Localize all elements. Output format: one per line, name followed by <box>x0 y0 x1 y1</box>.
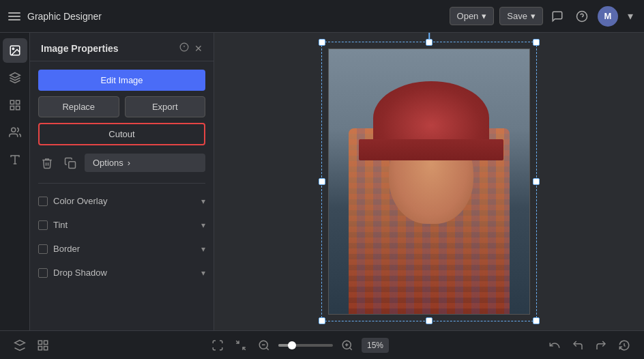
panel-title: Image Properties <box>41 43 119 54</box>
tint-chevron: ▾ <box>201 220 205 230</box>
handle-middle-right[interactable] <box>533 178 540 185</box>
svg-point-9 <box>11 128 15 132</box>
save-button[interactable]: Save ▾ <box>499 7 543 25</box>
topbar-center: Open ▾ Save ▾ <box>450 7 543 25</box>
sidebar-item-people[interactable] <box>3 120 27 145</box>
tint-checkbox[interactable] <box>38 220 48 230</box>
canvas-frame <box>321 42 537 321</box>
handle-middle-left[interactable] <box>319 178 325 185</box>
redo-button[interactable] <box>592 336 610 354</box>
history-button[interactable] <box>615 336 633 354</box>
crop-button[interactable] <box>232 336 250 354</box>
sidebar-item-image[interactable] <box>3 38 27 63</box>
svg-rect-6 <box>16 100 19 104</box>
zoom-level-display: 15% <box>362 338 389 353</box>
color-overlay-label: Color Overlay <box>53 196 107 206</box>
replace-button[interactable]: Replace <box>38 96 119 117</box>
edit-image-button[interactable]: Edit Image <box>38 70 205 91</box>
main-area: Image Properties ✕ Edit Image Replace Ex… <box>0 33 644 330</box>
border-label: Border <box>53 244 80 254</box>
handle-top-center[interactable] <box>426 39 433 46</box>
bottom-bar: 15% <box>0 330 644 359</box>
svg-marker-4 <box>10 73 20 78</box>
menu-button[interactable] <box>8 12 20 20</box>
left-sidebar <box>0 33 30 330</box>
panel-header-icons: ✕ <box>179 42 203 54</box>
color-overlay-checkbox[interactable] <box>38 197 48 206</box>
sidebar-item-elements[interactable] <box>3 93 27 117</box>
account-chevron-icon[interactable]: ▾ <box>625 7 636 25</box>
svg-rect-8 <box>10 106 14 110</box>
handle-bottom-right[interactable] <box>533 317 540 324</box>
border-chevron: ▾ <box>201 244 205 254</box>
sidebar-item-layers[interactable] <box>3 66 27 90</box>
app-title: Graphic Designer <box>27 11 102 22</box>
svg-line-22 <box>266 347 268 349</box>
open-button[interactable]: Open ▾ <box>450 7 495 25</box>
border-checkbox[interactable] <box>38 244 48 254</box>
handle-bottom-left[interactable] <box>319 317 325 324</box>
export-button[interactable]: Export <box>125 96 206 117</box>
info-icon[interactable] <box>179 42 189 54</box>
layers-toggle-button[interactable] <box>11 336 29 354</box>
svg-rect-19 <box>44 346 48 349</box>
drop-shadow-label: Drop Shadow <box>53 268 107 278</box>
svg-rect-15 <box>69 161 76 168</box>
handle-bottom-center[interactable] <box>426 317 433 324</box>
options-row: Options › <box>38 151 205 175</box>
canvas-area[interactable] <box>214 33 644 330</box>
svg-rect-7 <box>16 106 19 110</box>
properties-panel: Image Properties ✕ Edit Image Replace Ex… <box>30 33 214 330</box>
cutout-button[interactable]: Cutout <box>38 123 205 145</box>
options-button[interactable]: Options › <box>85 154 205 172</box>
color-overlay-row[interactable]: Color Overlay ▾ <box>38 192 205 210</box>
delete-button[interactable] <box>38 154 56 172</box>
bottom-center: 15% <box>209 336 389 354</box>
rotate-line <box>428 33 430 39</box>
svg-point-3 <box>12 48 14 49</box>
help-icon-button[interactable] <box>573 8 591 25</box>
svg-rect-5 <box>10 100 14 104</box>
bottom-left <box>11 336 52 354</box>
svg-marker-16 <box>15 340 25 345</box>
tint-row[interactable]: Tint ▾ <box>38 216 205 234</box>
topbar: Graphic Designer Open ▾ Save ▾ M ▾ <box>0 0 644 33</box>
topbar-left: Graphic Designer <box>8 11 444 22</box>
svg-rect-20 <box>38 346 42 349</box>
zoom-in-button[interactable] <box>338 336 356 354</box>
chevron-right-icon: › <box>128 158 130 168</box>
chat-icon-button[interactable] <box>548 8 566 25</box>
border-row[interactable]: Border ▾ <box>38 240 205 258</box>
undo-button[interactable] <box>569 336 587 354</box>
photo-background <box>329 49 529 314</box>
divider <box>38 183 205 184</box>
svg-rect-18 <box>44 341 48 344</box>
zoom-slider-container[interactable] <box>278 344 333 347</box>
close-icon[interactable]: ✕ <box>194 43 203 54</box>
bottom-right <box>546 336 633 354</box>
handle-top-left[interactable] <box>319 39 325 46</box>
handle-top-right[interactable] <box>533 39 540 46</box>
selection-container <box>321 42 537 321</box>
sidebar-item-text[interactable] <box>3 147 27 172</box>
tint-label: Tint <box>53 220 68 230</box>
undo-icon-button[interactable] <box>546 336 564 354</box>
replace-export-row: Replace Export <box>38 96 205 117</box>
drop-shadow-row[interactable]: Drop Shadow ▾ <box>38 263 205 282</box>
chevron-down-icon: ▾ <box>482 11 486 21</box>
hat-brim <box>359 139 503 160</box>
zoom-out-button[interactable] <box>255 336 273 354</box>
panel-header: Image Properties ✕ <box>30 33 214 61</box>
svg-line-25 <box>349 347 351 349</box>
svg-rect-17 <box>38 341 42 344</box>
chevron-down-icon: ▾ <box>531 11 536 21</box>
image-container[interactable] <box>328 48 530 315</box>
fit-to-screen-button[interactable] <box>209 336 226 354</box>
grid-toggle-button[interactable] <box>34 336 52 354</box>
topbar-right: M ▾ <box>548 6 636 27</box>
drop-shadow-chevron: ▾ <box>201 268 205 278</box>
duplicate-button[interactable] <box>61 154 79 172</box>
drop-shadow-checkbox[interactable] <box>38 268 48 278</box>
avatar[interactable]: M <box>598 6 618 27</box>
color-overlay-chevron: ▾ <box>201 197 205 206</box>
